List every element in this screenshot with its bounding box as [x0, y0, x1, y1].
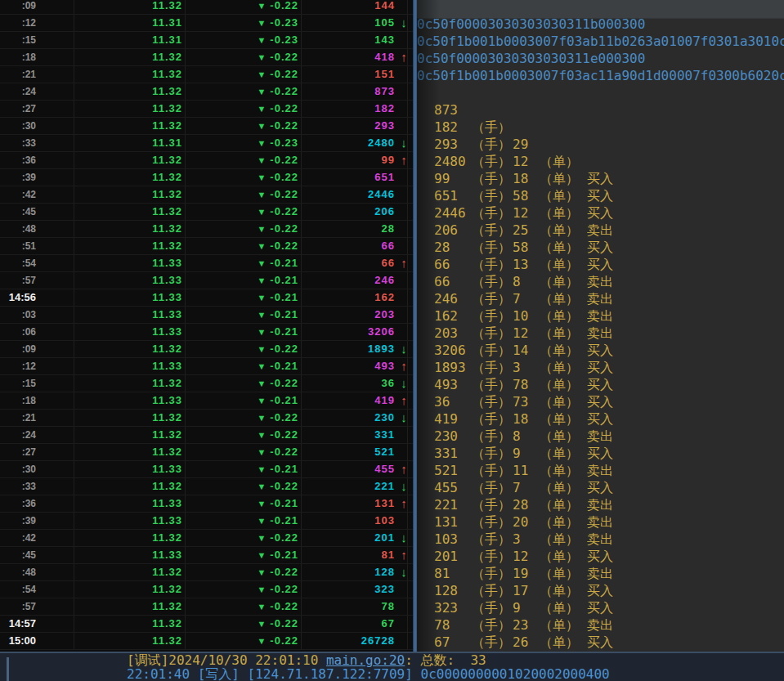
tick-row[interactable]: :45 11.33 ▼ -0.21 81 ↑: [0, 547, 413, 564]
tick-change-value: -0.22: [270, 375, 298, 392]
tick-row[interactable]: :33 11.31 ▼ -0.23 2480 ↓: [0, 135, 413, 152]
tick-row[interactable]: 14:56 11.33 ▼ -0.21 162: [0, 289, 413, 307]
tick-time: :54: [0, 581, 74, 598]
tick-price: 11.32: [74, 101, 186, 117]
tick-change: ▼ -0.21: [186, 495, 302, 512]
tick-price: 11.33: [74, 272, 186, 289]
tick-volume: 2480: [302, 135, 395, 151]
down-triangle-icon: ▼: [257, 444, 266, 460]
tick-row[interactable]: :09 11.32 ▼ -0.22 1893 ↓: [0, 341, 413, 358]
trade-row: 103 （手） 19 （单） 买入: [417, 513, 784, 531]
tick-price: 11.32: [74, 221, 186, 237]
tick-row[interactable]: :12 11.31 ▼ -0.23 105 ↓: [0, 15, 413, 32]
tick-row[interactable]: :21 11.32 ▼ -0.22 230 ↓: [0, 410, 413, 427]
tick-volume: 78: [302, 598, 395, 615]
tick-direction-icon: ↑: [397, 461, 410, 477]
tick-row[interactable]: :27 11.32 ▼ -0.22 182: [0, 101, 413, 118]
tick-volume: 103: [302, 513, 395, 529]
tick-direction-icon: ↓: [397, 410, 410, 426]
tick-row[interactable]: :21 11.32 ▼ -0.22 151: [0, 66, 413, 83]
tick-volume: 162: [302, 289, 395, 306]
tick-row[interactable]: :15 11.32 ▼ -0.22 36 ↓: [0, 375, 413, 392]
tick-price: 11.32: [74, 375, 186, 392]
tick-volume: 230: [302, 410, 395, 426]
tick-row[interactable]: :48 11.32 ▼ -0.22 28: [0, 221, 413, 238]
tick-row[interactable]: :30 11.33 ▼ -0.21 455 ↑: [0, 461, 413, 478]
tick-row[interactable]: :42 11.32 ▼ -0.22 201 ↓: [0, 530, 413, 547]
tick-change-value: -0.21: [270, 289, 298, 306]
tick-row[interactable]: :57 11.32 ▼ -0.22 78: [0, 598, 413, 616]
tick-direction-icon: ↓: [397, 341, 410, 357]
tick-volume-cell: 36 ↓: [302, 375, 408, 392]
tick-price: 11.33: [74, 307, 186, 323]
tick-row[interactable]: :36 11.32 ▼ -0.22 99 ↑: [0, 152, 413, 169]
tick-row[interactable]: :24 11.32 ▼ -0.22 331: [0, 427, 413, 444]
tick-row[interactable]: :54 11.33 ▼ -0.21 66 ↑: [0, 255, 413, 272]
down-triangle-icon: ▼: [257, 633, 266, 649]
down-triangle-icon: ▼: [257, 255, 266, 271]
tick-volume: 203: [302, 307, 395, 323]
tick-row[interactable]: :30 11.32 ▼ -0.22 293: [0, 118, 413, 135]
tick-row[interactable]: :03 11.33 ▼ -0.21 203: [0, 307, 413, 324]
down-triangle-icon: ▼: [257, 186, 266, 203]
tick-row[interactable]: :39 11.33 ▼ -0.21 103: [0, 513, 413, 530]
tick-row[interactable]: 14:57 11.32 ▼ -0.22 67: [0, 616, 413, 633]
tick-row[interactable]: :06 11.33 ▼ -0.21 3206: [0, 324, 413, 341]
tick-time: :24: [0, 427, 74, 443]
tick-row[interactable]: :42 11.32 ▼ -0.22 2446: [0, 186, 413, 204]
tick-row[interactable]: 15:00 11.32 ▼ -0.22 26728: [0, 633, 413, 650]
tick-row[interactable]: :48 11.32 ▼ -0.22 128 ↓: [0, 564, 413, 581]
tick-change-value: -0.22: [270, 341, 298, 357]
tick-volume: 2446: [302, 186, 395, 203]
tick-change: ▼ -0.23: [186, 15, 302, 31]
tick-price: 11.32: [74, 444, 186, 460]
tick-volume-cell: 162: [302, 289, 408, 306]
write-log-line: 22:01:40 [写入] [124.71.187.122:7709] 0c00…: [127, 667, 610, 681]
tick-volume: 143: [302, 32, 395, 48]
unit-hand-label: （手）: [472, 651, 511, 652]
tick-row[interactable]: :33 11.32 ▼ -0.22 221 ↓: [0, 478, 413, 495]
tick-time: :39: [0, 169, 74, 186]
tick-row[interactable]: :39 11.32 ▼ -0.22 651: [0, 169, 413, 186]
tick-row[interactable]: :45 11.32 ▼ -0.22 206: [0, 204, 413, 221]
tick-time: :48: [0, 564, 74, 580]
tick-price: 11.32: [74, 204, 186, 220]
tick-row[interactable]: :09 11.32 ▼ -0.22 144: [0, 0, 413, 15]
tick-change-value: -0.21: [270, 255, 298, 271]
tick-direction-icon: ↑: [397, 392, 410, 409]
tick-row[interactable]: :27 11.32 ▼ -0.22 521: [0, 444, 413, 461]
tick-row[interactable]: :12 11.33 ▼ -0.21 493 ↑: [0, 358, 413, 375]
tick-volume: 201: [302, 530, 395, 546]
tick-price: 11.32: [74, 478, 186, 495]
down-triangle-icon: ▼: [257, 478, 266, 495]
down-triangle-icon: ▼: [257, 32, 266, 48]
tick-row[interactable]: :51 11.32 ▼ -0.22 66: [0, 238, 413, 255]
trade-row: 99 （手） 12 （单） 买入: [417, 153, 784, 170]
tick-change-value: -0.21: [270, 324, 298, 340]
tick-change: ▼ -0.22: [186, 581, 302, 598]
tick-row[interactable]: :54 11.32 ▼ -0.22 323: [0, 581, 413, 598]
tick-volume: 651: [302, 169, 395, 186]
tick-volume: 81: [302, 547, 395, 563]
tick-volume: 144: [302, 0, 395, 14]
tick-row[interactable]: :15 11.31 ▼ -0.23 143: [0, 32, 413, 49]
down-triangle-icon: ▼: [257, 513, 266, 529]
trade-row: 131 （手） 12 （单） 买入: [417, 496, 784, 513]
tick-price: 11.32: [74, 118, 186, 134]
tick-row[interactable]: :57 11.33 ▼ -0.21 246: [0, 272, 413, 289]
trade-row: 162 （手） 14 （单） 买入: [417, 290, 784, 307]
tick-time: :48: [0, 221, 74, 237]
tick-time: :27: [0, 444, 74, 460]
tick-price: 11.32: [74, 633, 186, 649]
tick-change: ▼ -0.22: [186, 530, 302, 546]
tick-change-value: -0.22: [270, 49, 298, 65]
tick-volume: 418: [302, 49, 395, 65]
tick-change-value: -0.22: [270, 204, 298, 220]
tick-row[interactable]: :36 11.33 ▼ -0.21 131 ↑: [0, 495, 413, 513]
tick-row[interactable]: :18 11.32 ▼ -0.22 418 ↑: [0, 49, 413, 66]
tick-time: :24: [0, 83, 74, 100]
tick-row[interactable]: :24 11.32 ▼ -0.22 873: [0, 83, 413, 101]
down-triangle-icon: ▼: [257, 375, 266, 392]
tick-row[interactable]: :18 11.33 ▼ -0.21 419 ↑: [0, 392, 413, 410]
down-triangle-icon: ▼: [257, 358, 266, 374]
